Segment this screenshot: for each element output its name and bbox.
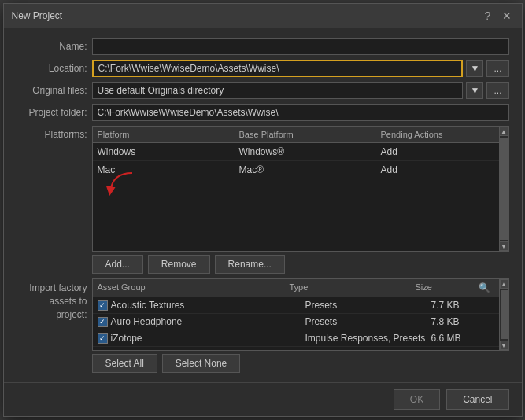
dialog-content: Name: Location: ▼ ... Original files: Us… — [4, 28, 522, 382]
platforms-right: Platform Base Platform Pending Actions W… — [92, 126, 509, 274]
name-label: Name: — [17, 41, 87, 52]
add-platform-button[interactable]: Add... — [92, 255, 143, 274]
location-row: Location: ▼ ... — [17, 60, 509, 77]
platforms-table-wrap: Platform Base Platform Pending Actions W… — [92, 126, 509, 252]
cancel-button[interactable]: Cancel — [446, 389, 508, 410]
original-files-value: Use default Originals directory — [92, 82, 464, 99]
location-input-wrap: ▼ ... — [92, 60, 509, 77]
platforms-section: Platforms: Platform Base Platform Pendin… — [17, 126, 509, 274]
base-platform-col-header: Base Platform — [239, 130, 381, 139]
project-folder-row: Project folder: C:\Fork\Wwise\WwiseDemo\… — [17, 104, 509, 121]
asset-size-cell: 31.3 KB — [431, 349, 494, 350]
table-row: Mac Mac® Add — [93, 161, 499, 179]
asset-size-cell: 7.8 KB — [431, 316, 494, 327]
title-bar-right: ? ✕ — [481, 9, 514, 23]
asset-size-cell: 6.6 MB — [431, 333, 494, 344]
dialog-title: New Project — [12, 10, 63, 21]
asset-name-cell: iZotope — [98, 333, 305, 344]
location-input[interactable] — [92, 60, 464, 77]
platforms-scrollbar[interactable]: ▲ ▼ — [499, 127, 508, 251]
pending-action-cell: Add — [381, 164, 494, 175]
name-row: Name: — [17, 38, 509, 55]
asset-checkbox[interactable] — [98, 350, 108, 351]
platform-cell: Mac — [98, 164, 239, 175]
ok-button[interactable]: OK — [394, 389, 440, 410]
scroll-thumb[interactable] — [500, 138, 508, 240]
asset-checkbox[interactable] — [98, 317, 108, 327]
size-col-header: Size — [416, 282, 479, 293]
asset-scroll-thumb[interactable] — [501, 290, 508, 339]
select-none-button[interactable]: Select None — [162, 354, 240, 373]
asset-scroll-down-arrow[interactable]: ▼ — [500, 341, 508, 350]
asset-type-cell: Presets — [305, 300, 431, 311]
import-bottom-buttons: Select All Select None — [92, 354, 509, 373]
import-section: Import factory assets to project: Asset … — [17, 278, 509, 373]
remove-platform-button[interactable]: Remove — [148, 255, 210, 274]
base-platform-cell: Mac® — [239, 164, 381, 175]
select-all-button[interactable]: Select All — [92, 354, 157, 373]
list-item: Acoustic Textures Presets 7.7 KB — [93, 297, 499, 314]
search-icon: 🔍 — [479, 282, 494, 293]
asset-name-cell: Auro Headphone — [98, 316, 305, 327]
asset-name-cell: Mastering Suite — [98, 349, 305, 350]
original-files-label: Original files: — [17, 85, 87, 96]
new-project-dialog: New Project ? ✕ Name: Location: ▼ ... Or… — [3, 3, 523, 417]
project-folder-wrap: C:\Fork\Wwise\WwiseDemo\Assets\Wwise\ — [92, 104, 509, 121]
platform-cell: Windows — [98, 146, 239, 157]
asset-table-header: Asset Group Type Size 🔍 — [93, 279, 499, 297]
platforms-buttons: Add... Remove Rename... — [92, 255, 509, 274]
close-button[interactable]: ✕ — [500, 9, 514, 23]
original-files-row: Original files: Use default Originals di… — [17, 82, 509, 99]
type-col-header: Type — [290, 282, 416, 293]
name-input-wrap — [92, 38, 509, 55]
list-item: iZotope Impulse Responses, Presets 6.6 M… — [93, 330, 499, 347]
title-bar-left: New Project — [12, 10, 63, 21]
rename-platform-button[interactable]: Rename... — [215, 255, 285, 274]
platforms-table-header: Platform Base Platform Pending Actions — [93, 127, 499, 143]
asset-group-col-header: Asset Group — [98, 282, 290, 293]
project-folder-label: Project folder: — [17, 107, 87, 118]
platforms-table: Platform Base Platform Pending Actions W… — [93, 127, 499, 251]
asset-table: Asset Group Type Size 🔍 Acoustic Texture… — [93, 279, 499, 350]
asset-type-cell: Presets — [305, 316, 431, 327]
asset-scroll-up-arrow[interactable]: ▲ — [500, 279, 508, 289]
base-platform-cell: Windows® — [239, 146, 381, 157]
help-button[interactable]: ? — [481, 9, 495, 23]
asset-name-cell: Acoustic Textures — [98, 300, 305, 311]
asset-checkbox[interactable] — [98, 333, 108, 344]
pending-action-cell: Add — [381, 146, 494, 157]
asset-scrollbar[interactable]: ▲ ▼ — [499, 279, 508, 350]
location-label: Location: — [17, 63, 87, 74]
original-files-wrap: Use default Originals directory ▼ ... — [92, 82, 509, 99]
list-item: Mastering Suite Presets 31.3 KB — [93, 347, 499, 350]
asset-checkbox[interactable] — [98, 300, 108, 311]
platform-col-header: Platform — [98, 130, 239, 139]
location-dropdown-btn[interactable]: ▼ — [466, 60, 483, 77]
project-folder-value: C:\Fork\Wwise\WwiseDemo\Assets\Wwise\ — [92, 104, 509, 121]
platforms-label: Platforms: — [17, 126, 87, 274]
dialog-footer: OK Cancel — [4, 382, 522, 416]
original-files-browse-btn[interactable]: ... — [486, 82, 508, 99]
asset-type-cell: Impulse Responses, Presets — [305, 333, 431, 344]
title-bar: New Project ? ✕ — [4, 4, 522, 28]
location-browse-btn[interactable]: ... — [486, 60, 508, 77]
import-right: Asset Group Type Size 🔍 Acoustic Texture… — [92, 278, 509, 373]
scroll-up-arrow[interactable]: ▲ — [499, 127, 508, 136]
scroll-down-arrow[interactable]: ▼ — [499, 241, 508, 251]
pending-actions-col-header: Pending Actions — [381, 130, 494, 139]
asset-type-cell: Presets — [305, 349, 431, 350]
original-files-dropdown-btn[interactable]: ▼ — [466, 82, 483, 99]
import-label: Import factory assets to project: — [17, 278, 87, 373]
name-input[interactable] — [92, 38, 509, 55]
asset-size-cell: 7.7 KB — [431, 300, 494, 311]
table-row: Windows Windows® Add — [93, 143, 499, 161]
asset-table-wrap: Asset Group Type Size 🔍 Acoustic Texture… — [92, 278, 509, 351]
list-item: Auro Headphone Presets 7.8 KB — [93, 314, 499, 330]
